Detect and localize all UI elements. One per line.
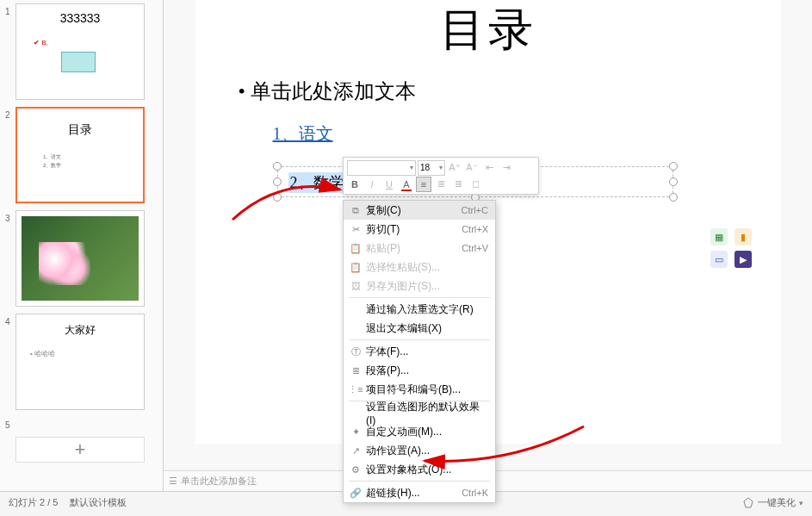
copy-icon: ⧉ [349,205,363,216]
bullet-text[interactable]: 单击此处添加文本 [239,78,721,105]
font-color-button[interactable]: A [399,177,414,192]
hyperlink-line-1[interactable]: 1、语文 [273,122,721,146]
thumb-2-selected[interactable]: 目录 1、语文 2、数学 [15,107,145,203]
ctx-hyperlink[interactable]: 🔗 超链接(H)... Ctrl+K [344,483,495,502]
notes-placeholder[interactable]: 单击此处添加备注 [181,475,257,488]
thumb-4[interactable]: 大家好 • 哈哈哈 [15,314,145,410]
insert-shape-button[interactable]: ◻ [468,177,483,192]
thumb1-shape [61,52,96,72]
hyperlink-icon: 🔗 [349,488,363,499]
ctx-cut[interactable]: ✂ 剪切(T) Ctrl+X [344,220,495,239]
thumb-row-3[interactable]: 3 [5,210,158,307]
resize-handle[interactable] [273,177,282,186]
resize-handle[interactable] [273,193,282,202]
align-center-button[interactable]: ≡ [416,177,431,192]
content-placeholder[interactable]: 单击此处添加文本 1、语文 [239,78,721,146]
thumb-1[interactable]: 333333 ✔ B, [15,3,145,100]
thumb-number: 1 [5,3,15,100]
list-outdent-icon[interactable]: ⇥ [499,160,514,176]
thumb1-title: 333333 [16,11,144,25]
slide-title[interactable]: 目录 [195,0,781,60]
beautify-button[interactable]: 一键美化 ▾ [742,496,803,509]
ctx-paste: 📋 粘贴(P) Ctrl+V [344,239,495,258]
font-icon: Ⓣ [349,345,363,358]
align-left-button[interactable]: ≣ [433,177,449,192]
insert-image-icon[interactable]: ▭ [710,251,728,268]
cut-icon: ✂ [349,224,363,235]
resize-handle[interactable] [273,162,282,171]
insert-media-icon[interactable]: ▶ [735,251,752,268]
thumb-number: 5 [5,417,15,430]
thumb3-image [22,216,139,301]
ctx-save-as-image: 🖼 另存为图片(S)... [344,277,495,295]
paste-special-icon: 📋 [349,262,363,273]
selected-text[interactable]: 2、数学 [288,172,346,193]
font-family-combo[interactable] [347,160,416,176]
ctx-font[interactable]: Ⓣ 字体(F)... [344,342,495,361]
thumb-number: 4 [5,314,15,410]
paragraph-icon: ≣ [349,365,363,376]
format-icon: ⚙ [349,464,363,476]
underline-button[interactable]: U [381,177,397,192]
font-size-combo[interactable]: 18 [418,160,445,176]
resize-handle[interactable] [669,162,678,171]
thumb4-title: 大家好 [16,323,144,338]
thumb-row-4[interactable]: 4 大家好 • 哈哈哈 [5,314,158,410]
bullets-icon: ⋮≡ [349,384,363,395]
resize-handle[interactable] [669,193,678,202]
align-right-button[interactable]: ≣ [450,177,466,192]
save-image-icon: 🖼 [349,281,363,291]
italic-button[interactable]: I [364,177,380,192]
thumb-row-1[interactable]: 1 333333 ✔ B, [5,3,158,100]
thumb1-marker: ✔ B, [34,39,48,47]
ctx-paste-special: 📋 选择性粘贴(S)... [344,258,495,277]
ctx-separator [349,339,490,340]
mini-toolbar[interactable]: 18 A⁺ A⁻ ⇤ ⇥ B I U A ≡ ≣ ≣ ◻ [343,157,539,195]
ctx-paragraph[interactable]: ≣ 段落(P)... [344,361,495,380]
bold-button[interactable]: B [347,177,363,192]
ctx-action-settings[interactable]: ↗ 动作设置(A)... [344,441,495,460]
resize-handle[interactable] [669,177,678,186]
beautify-icon [742,497,754,509]
slide-counter: 幻灯片 2 / 5 [9,496,58,509]
context-menu[interactable]: ⧉ 复制(C) Ctrl+C ✂ 剪切(T) Ctrl+X 📋 粘贴(P) Ct… [343,200,496,503]
notes-icon: ☰ [169,476,177,487]
decrease-font-icon[interactable]: A⁻ [464,160,480,176]
paste-icon: 📋 [349,243,363,254]
thumb4-text: • 哈哈哈 [30,349,55,358]
thumb-number: 3 [5,210,15,307]
thumb-number: 2 [5,107,15,203]
thumb-row-5[interactable]: 5 [5,417,158,430]
thumbnail-panel[interactable]: 1 333333 ✔ B, 2 目录 1、语文 2、数学 3 [0,0,164,491]
ctx-shape-default[interactable]: 设置自选图形的默认效果(I) [344,403,495,422]
thumb2-title: 目录 [17,122,143,138]
insert-chart-icon[interactable]: ▮ [735,228,752,246]
ctx-copy[interactable]: ⧉ 复制(C) Ctrl+C [344,201,495,220]
thumb2-lines: 1、语文 2、数学 [43,153,61,170]
animation-icon: ✦ [349,426,363,438]
list-indent-icon[interactable]: ⇤ [481,160,497,176]
thumb-row-2[interactable]: 2 目录 1、语文 2、数学 [5,107,158,203]
action-icon: ↗ [349,445,363,457]
ctx-ime-reconvert[interactable]: 通过输入法重选文字(R) [344,300,495,319]
ctx-separator [349,297,490,298]
thumb-3[interactable] [15,210,145,307]
ctx-exit-text-edit[interactable]: 退出文本编辑(X) [344,319,495,338]
add-slide-button[interactable]: + [15,437,145,463]
chevron-down-icon: ▾ [799,499,803,507]
ctx-format-object[interactable]: ⚙ 设置对象格式(O)... [344,460,495,479]
content-smart-icons: ▦ ▮ ▭ ▶ [710,228,753,268]
increase-font-icon[interactable]: A⁺ [447,160,462,176]
ctx-separator [349,481,490,482]
ctx-custom-animation[interactable]: ✦ 自定义动画(M)... [344,422,495,441]
insert-table-icon[interactable]: ▦ [710,228,728,246]
template-name: 默认设计模板 [70,496,127,509]
ctx-bullets-numbering[interactable]: ⋮≡ 项目符号和编号(B)... [344,380,495,399]
